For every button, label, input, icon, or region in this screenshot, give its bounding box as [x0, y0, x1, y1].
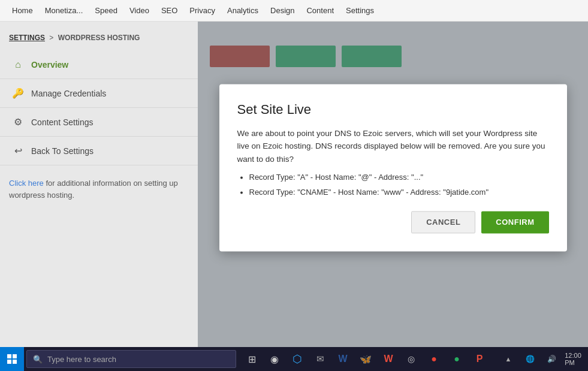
sidebar-item-overview[interactable]: ⌂ Overview: [0, 51, 198, 79]
windows-icon: [7, 354, 17, 364]
sidebar-item-manage-credentials[interactable]: 🔑 Manage Credentials: [0, 79, 198, 108]
dialog-record-1: Record Type: "A" - Host Name: "@" - Addr…: [249, 172, 549, 185]
click-here-link[interactable]: Click here: [9, 179, 44, 188]
app-icon-9[interactable]: ●: [446, 347, 468, 371]
wps-icon[interactable]: W: [378, 347, 399, 371]
nav-privacy[interactable]: Privacy: [189, 6, 215, 15]
set-site-live-dialog: Set Site Live We are about to point your…: [219, 84, 567, 251]
dialog-title: Set Site Live: [237, 102, 549, 117]
back-icon: ↩: [12, 145, 24, 156]
search-input[interactable]: [47, 355, 230, 364]
breadcrumb-settings-link[interactable]: SETTINGS: [9, 34, 45, 42]
browser-icon-1[interactable]: 🦋: [355, 347, 376, 371]
nav-design[interactable]: Design: [270, 6, 294, 15]
chrome-icon[interactable]: ●: [423, 347, 445, 371]
word-icon[interactable]: W: [332, 347, 354, 371]
start-button[interactable]: [0, 347, 24, 371]
search-icon: 🔍: [33, 355, 43, 364]
nav-seo[interactable]: SEO: [161, 6, 177, 15]
nav-speed[interactable]: Speed: [95, 6, 117, 15]
nav-content[interactable]: Content: [306, 6, 334, 15]
dialog-records-list: Record Type: "A" - Host Name: "@" - Addr…: [249, 172, 549, 200]
breadcrumb-separator: >: [49, 34, 53, 42]
taskbar: 🔍 ⊞ ◉ ⬡ ✉ W 🦋 W ◎ ● ● P ▲ 🌐 🔊 12:00PM: [0, 347, 588, 371]
cancel-button[interactable]: CANCEL: [411, 211, 475, 233]
gear-icon: ⚙: [12, 116, 24, 128]
breadcrumb-current: WORDPRESS HOSTING: [58, 34, 140, 42]
task-view-icon[interactable]: ⊞: [241, 347, 263, 371]
tray-icon-1[interactable]: ▲: [499, 347, 517, 371]
nav-home[interactable]: Home: [12, 6, 33, 15]
widgets-icon[interactable]: ◉: [264, 347, 285, 371]
app-icon-p[interactable]: P: [469, 347, 490, 371]
volume-icon[interactable]: 🔊: [542, 347, 560, 371]
sidebar-label-manage-credentials: Manage Credentials: [31, 89, 106, 98]
clock: 12:00PM: [564, 347, 582, 371]
dialog-record-2: Record Type: "CNAME" - Host Name: "www" …: [249, 186, 549, 199]
confirm-button[interactable]: CONFIRM: [481, 211, 548, 233]
taskbar-app-icons: ⊞ ◉ ⬡ ✉ W 🦋 W ◎ ● ● P: [241, 347, 490, 371]
sidebar-label-overview: Overview: [31, 60, 68, 70]
dialog-actions: CANCEL CONFIRM: [237, 211, 549, 233]
key-icon: 🔑: [12, 88, 24, 99]
nav-settings[interactable]: Settings: [346, 6, 374, 15]
dialog-body: We are about to point your DNS to Ezoic …: [237, 127, 549, 199]
main-area: SETTINGS > WORDPRESS HOSTING ⌂ Overview …: [0, 22, 588, 347]
sidebar-item-content-settings[interactable]: ⚙ Content Settings: [0, 108, 198, 137]
sidebar: SETTINGS > WORDPRESS HOSTING ⌂ Overview …: [0, 22, 198, 347]
mail-icon[interactable]: ✉: [309, 347, 331, 371]
circle-icon[interactable]: ◎: [400, 347, 422, 371]
sidebar-info: Click here for additional information on…: [0, 165, 198, 213]
top-navigation: Home Monetiza... Speed Video SEO Privacy…: [0, 0, 588, 22]
nav-analytics[interactable]: Analytics: [227, 6, 258, 15]
content-area: Set Site Live We are about to point your…: [198, 22, 588, 347]
sidebar-label-back-to-settings: Back To Settings: [31, 146, 94, 156]
dialog-body-text: We are about to point your DNS to Ezoic …: [237, 129, 545, 164]
taskbar-tray: ▲ 🌐 🔊 12:00PM: [499, 347, 588, 371]
network-icon[interactable]: 🌐: [521, 347, 539, 371]
breadcrumb: SETTINGS > WORDPRESS HOSTING: [0, 28, 198, 51]
sidebar-item-back-to-settings[interactable]: ↩ Back To Settings: [0, 137, 198, 165]
nav-monetize[interactable]: Monetiza...: [45, 6, 83, 15]
edge-icon[interactable]: ⬡: [287, 347, 308, 371]
sidebar-label-content-settings: Content Settings: [31, 117, 94, 127]
home-icon: ⌂: [12, 59, 24, 70]
nav-video[interactable]: Video: [129, 6, 149, 15]
taskbar-search-box[interactable]: 🔍: [26, 350, 236, 368]
